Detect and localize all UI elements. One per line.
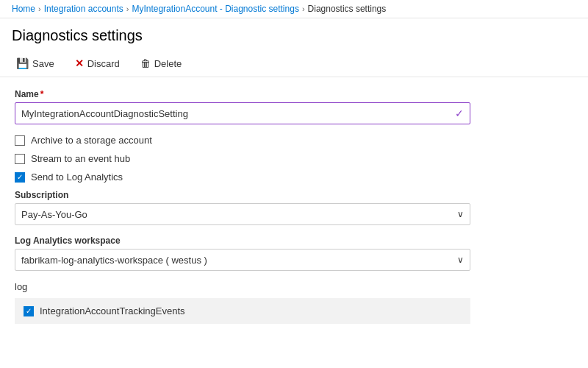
save-button[interactable]: 💾 Save [12,54,59,72]
save-label: Save [32,58,54,69]
required-marker: * [40,89,44,99]
stream-label: Stream to an event hub [31,153,130,164]
log-analytics-label: Send to Log Analytics [31,171,123,183]
breadcrumb-my-integration-account[interactable]: MyIntegrationAccount - Diagnostic settin… [132,4,298,14]
stream-checkbox-row: Stream to an event hub [15,153,573,164]
subscription-field-group: Subscription Pay-As-You-Go ∨ [15,190,573,225]
breadcrumb-current: Diagnostics settings [308,4,387,14]
archive-checkbox[interactable] [15,135,25,146]
log-tracking-events-checkbox[interactable] [24,306,34,316]
delete-icon: 🗑 [140,57,151,69]
breadcrumb-sep-3: › [302,4,305,13]
subscription-dropdown[interactable]: Pay-As-You-Go ∨ [15,203,470,225]
log-analytics-workspace-label: Log Analytics workspace [15,236,573,246]
log-analytics-workspace-dropdown[interactable]: fabrikam-log-analytics-workspace ( westu… [15,249,470,271]
subscription-value: Pay-As-You-Go [21,209,87,220]
name-value: MyIntegrationAccountDiagnosticSetting [21,108,188,119]
checkmark-icon: ✓ [455,107,464,119]
delete-button[interactable]: 🗑 Delete [136,54,187,72]
log-analytics-checkbox[interactable] [15,172,25,183]
log-analytics-checkbox-row: Send to Log Analytics [15,171,573,183]
breadcrumb: Home › Integration accounts › MyIntegrat… [0,0,588,18]
save-icon: 💾 [16,57,29,69]
discard-label: Discard [87,58,120,69]
breadcrumb-sep-2: › [126,4,129,13]
breadcrumb-home[interactable]: Home [12,4,35,14]
subscription-chevron-icon: ∨ [457,209,464,219]
discard-button[interactable]: ✕ Discard [71,54,124,72]
page-title: Diagnostics settings [0,18,588,50]
name-label: Name* [15,89,573,99]
archive-checkbox-row: Archive to a storage account [15,135,573,146]
name-field-group: Name* MyIntegrationAccountDiagnosticSett… [15,89,573,124]
toolbar: 💾 Save ✕ Discard 🗑 Delete [0,50,588,77]
subscription-label: Subscription [15,190,573,200]
name-input[interactable]: MyIntegrationAccountDiagnosticSetting ✓ [15,102,470,124]
log-analytics-workspace-field-group: Log Analytics workspace fabrikam-log-ana… [15,236,573,271]
delete-label: Delete [154,58,182,69]
log-tracking-events-label: IntegrationAccountTrackingEvents [40,305,185,316]
breadcrumb-sep-1: › [38,4,41,13]
log-section-label: log [15,281,573,292]
log-section: log IntegrationAccountTrackingEvents [15,281,573,324]
archive-label: Archive to a storage account [31,135,152,146]
log-analytics-workspace-chevron-icon: ∨ [457,255,464,265]
discard-icon: ✕ [75,57,84,69]
log-table: IntegrationAccountTrackingEvents [15,298,470,324]
log-row: IntegrationAccountTrackingEvents [24,305,462,316]
stream-checkbox[interactable] [15,154,25,164]
content-area: Name* MyIntegrationAccountDiagnosticSett… [0,77,588,368]
breadcrumb-integration-accounts[interactable]: Integration accounts [44,4,123,14]
log-analytics-workspace-value: fabrikam-log-analytics-workspace ( westu… [21,255,207,266]
